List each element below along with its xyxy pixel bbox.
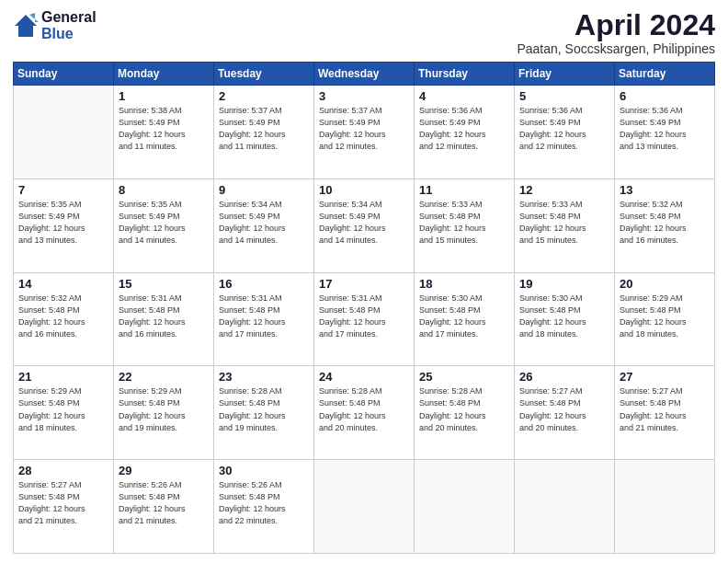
- calendar-cell-w0-d6: 6Sunrise: 5:36 AM Sunset: 5:49 PM Daylig…: [615, 86, 715, 179]
- logo-blue-text: Blue: [41, 26, 97, 42]
- day-number: 25: [419, 370, 509, 384]
- calendar-cell-w3-d3: 24Sunrise: 5:28 AM Sunset: 5:48 PM Dayli…: [314, 366, 415, 460]
- day-number: 14: [18, 277, 108, 291]
- week-row-1: 7Sunrise: 5:35 AM Sunset: 5:49 PM Daylig…: [14, 178, 715, 272]
- day-info: Sunrise: 5:31 AM Sunset: 5:48 PM Dayligh…: [119, 293, 209, 340]
- week-row-4: 28Sunrise: 5:27 AM Sunset: 5:48 PM Dayli…: [14, 460, 715, 554]
- calendar-cell-w4-d4: [415, 460, 515, 554]
- day-number: 9: [219, 183, 309, 197]
- calendar-cell-w2-d2: 16Sunrise: 5:31 AM Sunset: 5:48 PM Dayli…: [214, 272, 314, 366]
- day-number: 12: [519, 183, 609, 197]
- svg-marker-0: [15, 15, 37, 37]
- week-row-3: 21Sunrise: 5:29 AM Sunset: 5:48 PM Dayli…: [14, 366, 715, 460]
- calendar-cell-w1-d5: 12Sunrise: 5:33 AM Sunset: 5:48 PM Dayli…: [515, 178, 615, 272]
- day-number: 16: [219, 277, 309, 291]
- week-row-0: 1Sunrise: 5:38 AM Sunset: 5:49 PM Daylig…: [14, 86, 715, 179]
- col-sunday: Sunday: [14, 63, 114, 86]
- day-info: Sunrise: 5:36 AM Sunset: 5:49 PM Dayligh…: [519, 105, 609, 153]
- calendar-cell-w3-d2: 23Sunrise: 5:28 AM Sunset: 5:48 PM Dayli…: [214, 366, 314, 460]
- calendar-cell-w3-d0: 21Sunrise: 5:29 AM Sunset: 5:48 PM Dayli…: [14, 366, 114, 460]
- calendar-cell-w1-d6: 13Sunrise: 5:32 AM Sunset: 5:48 PM Dayli…: [615, 178, 715, 272]
- logo: General Blue: [13, 9, 97, 41]
- day-number: 20: [620, 277, 710, 291]
- day-info: Sunrise: 5:31 AM Sunset: 5:48 PM Dayligh…: [319, 293, 409, 340]
- day-info: Sunrise: 5:26 AM Sunset: 5:48 PM Dayligh…: [119, 479, 209, 527]
- day-info: Sunrise: 5:35 AM Sunset: 5:49 PM Dayligh…: [119, 199, 209, 247]
- day-number: 4: [419, 89, 509, 103]
- day-info: Sunrise: 5:33 AM Sunset: 5:48 PM Dayligh…: [519, 199, 609, 247]
- day-info: Sunrise: 5:36 AM Sunset: 5:49 PM Dayligh…: [620, 105, 710, 153]
- day-number: 24: [319, 370, 409, 384]
- col-saturday: Saturday: [615, 63, 715, 86]
- day-info: Sunrise: 5:27 AM Sunset: 5:48 PM Dayligh…: [18, 479, 108, 527]
- calendar-cell-w3-d4: 25Sunrise: 5:28 AM Sunset: 5:48 PM Dayli…: [415, 366, 515, 460]
- col-tuesday: Tuesday: [214, 63, 314, 86]
- col-wednesday: Wednesday: [314, 63, 415, 86]
- calendar-cell-w2-d0: 14Sunrise: 5:32 AM Sunset: 5:48 PM Dayli…: [14, 272, 114, 366]
- day-info: Sunrise: 5:38 AM Sunset: 5:49 PM Dayligh…: [119, 105, 209, 153]
- calendar-cell-w4-d5: [515, 460, 615, 554]
- day-info: Sunrise: 5:37 AM Sunset: 5:49 PM Dayligh…: [219, 105, 309, 153]
- calendar-cell-w4-d6: [615, 460, 715, 554]
- title-block: April 2024 Paatan, Soccsksargen, Philipp…: [517, 9, 715, 56]
- day-info: Sunrise: 5:26 AM Sunset: 5:48 PM Dayligh…: [219, 479, 309, 527]
- day-info: Sunrise: 5:34 AM Sunset: 5:49 PM Dayligh…: [219, 199, 309, 247]
- day-number: 28: [18, 464, 108, 477]
- day-info: Sunrise: 5:36 AM Sunset: 5:49 PM Dayligh…: [419, 105, 509, 153]
- day-number: 15: [119, 277, 209, 291]
- day-number: 22: [119, 370, 209, 384]
- day-info: Sunrise: 5:28 AM Sunset: 5:48 PM Dayligh…: [219, 385, 309, 433]
- col-monday: Monday: [114, 63, 214, 86]
- col-thursday: Thursday: [415, 63, 515, 86]
- calendar-cell-w1-d3: 10Sunrise: 5:34 AM Sunset: 5:49 PM Dayli…: [314, 178, 415, 272]
- calendar-cell-w0-d4: 4Sunrise: 5:36 AM Sunset: 5:49 PM Daylig…: [415, 86, 515, 179]
- page: General Blue April 2024 Paatan, Soccsksa…: [0, 0, 728, 563]
- col-friday: Friday: [515, 63, 615, 86]
- day-info: Sunrise: 5:28 AM Sunset: 5:48 PM Dayligh…: [319, 385, 409, 433]
- day-info: Sunrise: 5:33 AM Sunset: 5:48 PM Dayligh…: [419, 199, 509, 247]
- calendar-cell-w4-d0: 28Sunrise: 5:27 AM Sunset: 5:48 PM Dayli…: [14, 460, 114, 554]
- day-number: 8: [119, 183, 209, 197]
- day-number: 2: [219, 89, 309, 103]
- day-info: Sunrise: 5:31 AM Sunset: 5:48 PM Dayligh…: [219, 293, 309, 340]
- calendar-cell-w1-d4: 11Sunrise: 5:33 AM Sunset: 5:48 PM Dayli…: [415, 178, 515, 272]
- day-number: 1: [119, 89, 209, 103]
- calendar-cell-w0-d1: 1Sunrise: 5:38 AM Sunset: 5:49 PM Daylig…: [114, 86, 214, 179]
- day-number: 27: [620, 370, 710, 384]
- day-number: 13: [620, 183, 710, 197]
- day-number: 10: [319, 183, 409, 197]
- calendar-cell-w3-d1: 22Sunrise: 5:29 AM Sunset: 5:48 PM Dayli…: [114, 366, 214, 460]
- day-info: Sunrise: 5:28 AM Sunset: 5:48 PM Dayligh…: [419, 385, 509, 433]
- day-info: Sunrise: 5:27 AM Sunset: 5:48 PM Dayligh…: [620, 385, 710, 433]
- calendar-cell-w1-d0: 7Sunrise: 5:35 AM Sunset: 5:49 PM Daylig…: [14, 178, 114, 272]
- calendar-cell-w2-d5: 19Sunrise: 5:30 AM Sunset: 5:48 PM Dayli…: [515, 272, 615, 366]
- day-info: Sunrise: 5:32 AM Sunset: 5:48 PM Dayligh…: [620, 199, 710, 247]
- header: General Blue April 2024 Paatan, Soccsksa…: [13, 9, 715, 56]
- day-number: 3: [319, 89, 409, 103]
- calendar-cell-w4-d1: 29Sunrise: 5:26 AM Sunset: 5:48 PM Dayli…: [114, 460, 214, 554]
- calendar-cell-w0-d3: 3Sunrise: 5:37 AM Sunset: 5:49 PM Daylig…: [314, 86, 415, 179]
- day-number: 11: [419, 183, 509, 197]
- calendar-body: 1Sunrise: 5:38 AM Sunset: 5:49 PM Daylig…: [14, 86, 715, 554]
- calendar-cell-w1-d2: 9Sunrise: 5:34 AM Sunset: 5:49 PM Daylig…: [214, 178, 314, 272]
- day-number: 29: [119, 464, 209, 477]
- calendar-cell-w3-d5: 26Sunrise: 5:27 AM Sunset: 5:48 PM Dayli…: [515, 366, 615, 460]
- day-number: 23: [219, 370, 309, 384]
- day-info: Sunrise: 5:37 AM Sunset: 5:49 PM Dayligh…: [319, 105, 409, 153]
- day-number: 7: [18, 183, 108, 197]
- day-number: 26: [519, 370, 609, 384]
- day-number: 19: [519, 277, 609, 291]
- calendar-cell-w0-d0: [14, 86, 114, 179]
- calendar-header: Sunday Monday Tuesday Wednesday Thursday…: [14, 63, 715, 86]
- day-info: Sunrise: 5:30 AM Sunset: 5:48 PM Dayligh…: [419, 293, 509, 340]
- day-number: 17: [319, 277, 409, 291]
- day-number: 18: [419, 277, 509, 291]
- day-info: Sunrise: 5:29 AM Sunset: 5:48 PM Dayligh…: [119, 385, 209, 433]
- day-info: Sunrise: 5:29 AM Sunset: 5:48 PM Dayligh…: [18, 385, 108, 433]
- calendar-cell-w2-d6: 20Sunrise: 5:29 AM Sunset: 5:48 PM Dayli…: [615, 272, 715, 366]
- calendar-cell-w3-d6: 27Sunrise: 5:27 AM Sunset: 5:48 PM Dayli…: [615, 366, 715, 460]
- day-number: 6: [620, 89, 710, 103]
- location-subtitle: Paatan, Soccsksargen, Philippines: [517, 41, 715, 56]
- day-number: 5: [519, 89, 609, 103]
- day-info: Sunrise: 5:29 AM Sunset: 5:48 PM Dayligh…: [620, 293, 710, 340]
